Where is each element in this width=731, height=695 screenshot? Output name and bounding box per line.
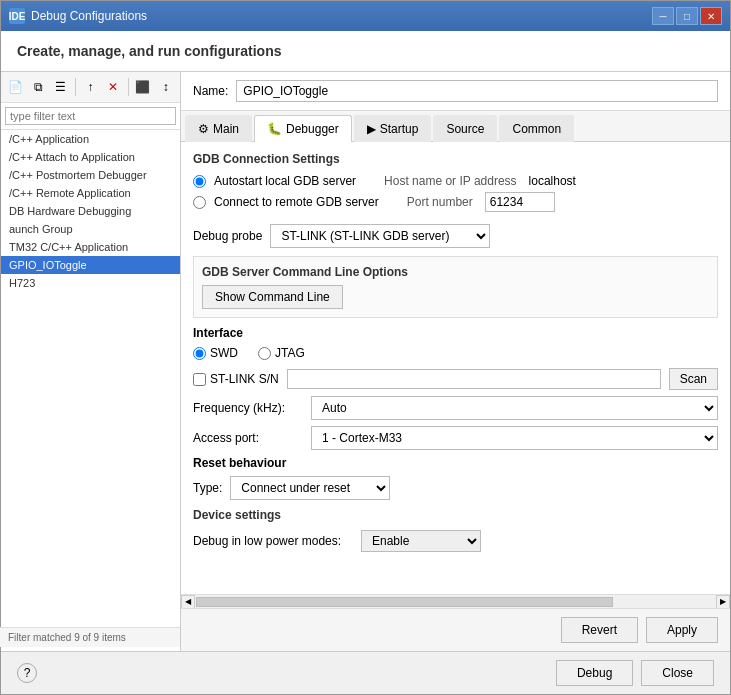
footer-bar: ? Debug Close bbox=[1, 651, 730, 694]
swd-radio[interactable] bbox=[193, 347, 206, 360]
main-content: 📄 ⧉ ☰ ↑ ✕ ⬛ ↕ /C++ Application /C++ Atta… bbox=[1, 72, 730, 651]
frequency-row: Frequency (kHz): Auto 4000 1800 bbox=[193, 396, 718, 420]
scan-button[interactable]: Scan bbox=[669, 368, 718, 390]
list-item[interactable]: TM32 C/C++ Application bbox=[1, 238, 180, 256]
right-panel: Name: ⚙ Main 🐛 Debugger ▶ Startup S bbox=[181, 72, 730, 651]
host-value: localhost bbox=[529, 174, 576, 188]
stlink-sn-label: ST-LINK S/N bbox=[193, 372, 279, 386]
list-item[interactable]: /C++ Application bbox=[1, 130, 180, 148]
show-cmd-line-button[interactable]: Show Command Line bbox=[202, 285, 343, 309]
device-select[interactable]: Enable Disable bbox=[361, 530, 481, 552]
access-port-label: Access port: bbox=[193, 431, 303, 445]
minimize-button[interactable]: ─ bbox=[652, 7, 674, 25]
sort-button[interactable]: ↕ bbox=[155, 76, 176, 98]
name-input[interactable] bbox=[236, 80, 718, 102]
source-tab-label: Source bbox=[446, 122, 484, 136]
help-button[interactable]: ? bbox=[17, 663, 37, 683]
tab-debugger[interactable]: 🐛 Debugger bbox=[254, 115, 352, 142]
close-button[interactable]: ✕ bbox=[700, 7, 722, 25]
apply-button[interactable]: Apply bbox=[646, 617, 718, 643]
footer-close-button[interactable]: Close bbox=[641, 660, 714, 686]
main-tab-icon: ⚙ bbox=[198, 122, 209, 136]
duplicate-button[interactable]: ⧉ bbox=[28, 76, 49, 98]
tree-list: /C++ Application /C++ Attach to Applicat… bbox=[1, 130, 180, 651]
probe-select[interactable]: ST-LINK (ST-LINK GDB server) bbox=[270, 224, 490, 248]
access-port-select[interactable]: 1 - Cortex-M33 0 - Cortex-M33 bbox=[311, 426, 718, 450]
device-section: Device settings Debug in low power modes… bbox=[193, 508, 718, 552]
list-item[interactable]: H723 bbox=[1, 274, 180, 292]
sidebar: 📄 ⧉ ☰ ↑ ✕ ⬛ ↕ /C++ Application /C++ Atta… bbox=[1, 72, 181, 651]
dialog-header: Create, manage, and run configurations bbox=[1, 31, 730, 72]
access-port-row: Access port: 1 - Cortex-M33 0 - Cortex-M… bbox=[193, 426, 718, 450]
separator-2 bbox=[128, 78, 129, 96]
window-controls: ─ □ ✕ bbox=[652, 7, 722, 25]
probe-label: Debug probe bbox=[193, 229, 262, 243]
startup-tab-icon: ▶ bbox=[367, 122, 376, 136]
delete-button[interactable]: ✕ bbox=[103, 76, 124, 98]
reset-type-select[interactable]: Connect under reset Software reset Hardw… bbox=[230, 476, 390, 500]
scroll-track bbox=[195, 596, 716, 608]
frequency-select[interactable]: Auto 4000 1800 bbox=[311, 396, 718, 420]
stlink-sn-checkbox[interactable] bbox=[193, 373, 206, 386]
list-item[interactable]: /C++ Postmortem Debugger bbox=[1, 166, 180, 184]
bottom-buttons: Revert Apply bbox=[181, 608, 730, 651]
interface-radios: SWD JTAG bbox=[193, 346, 718, 360]
tab-startup[interactable]: ▶ Startup bbox=[354, 115, 432, 142]
list-item[interactable]: /C++ Attach to Application bbox=[1, 148, 180, 166]
remote-row: Connect to remote GDB server Port number bbox=[193, 192, 718, 212]
filter-count: Filter matched 9 of 9 items bbox=[8, 632, 126, 643]
port-label: Port number bbox=[407, 195, 473, 209]
filter-box bbox=[1, 103, 180, 130]
interface-title: Interface bbox=[193, 326, 718, 340]
name-row: Name: bbox=[181, 72, 730, 111]
gdb-connection-section: GDB Connection Settings Autostart local … bbox=[193, 152, 718, 212]
revert-button[interactable]: Revert bbox=[561, 617, 638, 643]
autostart-radio[interactable] bbox=[193, 175, 206, 188]
filter-button[interactable]: ⬛ bbox=[133, 76, 154, 98]
reset-row: Type: Connect under reset Software reset… bbox=[193, 476, 718, 500]
tab-main[interactable]: ⚙ Main bbox=[185, 115, 252, 142]
port-input[interactable] bbox=[485, 192, 555, 212]
sidebar-toolbar: 📄 ⧉ ☰ ↑ ✕ ⬛ ↕ bbox=[1, 72, 180, 103]
swd-label: SWD bbox=[210, 346, 238, 360]
list-item[interactable]: aunch Group bbox=[1, 220, 180, 238]
interface-section: Interface SWD JTAG bbox=[193, 326, 718, 360]
list-item[interactable]: /C++ Remote Application bbox=[1, 184, 180, 202]
scroll-thumb[interactable] bbox=[196, 597, 613, 607]
scroll-left-button[interactable]: ◀ bbox=[181, 595, 195, 609]
host-label: Host name or IP address bbox=[384, 174, 517, 188]
panel-scroll-content: GDB Connection Settings Autostart local … bbox=[181, 142, 730, 594]
main-tab-label: Main bbox=[213, 122, 239, 136]
jtag-radio[interactable] bbox=[258, 347, 271, 360]
view-menu-button[interactable]: ☰ bbox=[50, 76, 71, 98]
stlink-sn-input[interactable] bbox=[287, 369, 661, 389]
list-item[interactable]: DB Hardware Debugging bbox=[1, 202, 180, 220]
device-label: Debug in low power modes: bbox=[193, 534, 353, 548]
swd-radio-label: SWD bbox=[193, 346, 238, 360]
jtag-label: JTAG bbox=[275, 346, 305, 360]
remote-label: Connect to remote GDB server bbox=[214, 195, 379, 209]
filter-input[interactable] bbox=[5, 107, 176, 125]
stlink-sn-row: ST-LINK S/N Scan bbox=[193, 368, 718, 390]
debugger-tab-label: Debugger bbox=[286, 122, 339, 136]
device-row: Debug in low power modes: Enable Disable bbox=[193, 530, 718, 552]
new-config-button[interactable]: 📄 bbox=[5, 76, 26, 98]
maximize-button[interactable]: □ bbox=[676, 7, 698, 25]
export-button[interactable]: ↑ bbox=[80, 76, 101, 98]
window-title: Debug Configurations bbox=[31, 9, 646, 23]
tab-common[interactable]: Common bbox=[499, 115, 574, 142]
reset-title: Reset behaviour bbox=[193, 456, 718, 470]
remote-radio[interactable] bbox=[193, 196, 206, 209]
footer-buttons: Debug Close bbox=[556, 660, 714, 686]
device-title: Device settings bbox=[193, 508, 718, 522]
list-item-selected[interactable]: GPIO_IOToggle bbox=[1, 256, 180, 274]
dialog-header-title: Create, manage, and run configurations bbox=[17, 43, 714, 59]
scroll-right-button[interactable]: ▶ bbox=[716, 595, 730, 609]
title-bar: IDE Debug Configurations ─ □ ✕ bbox=[1, 1, 730, 31]
startup-tab-label: Startup bbox=[380, 122, 419, 136]
tab-source[interactable]: Source bbox=[433, 115, 497, 142]
name-label: Name: bbox=[193, 84, 228, 98]
horizontal-scrollbar[interactable]: ◀ ▶ bbox=[181, 594, 730, 608]
scroll-area: GDB Connection Settings Autostart local … bbox=[181, 142, 730, 570]
debug-button[interactable]: Debug bbox=[556, 660, 633, 686]
